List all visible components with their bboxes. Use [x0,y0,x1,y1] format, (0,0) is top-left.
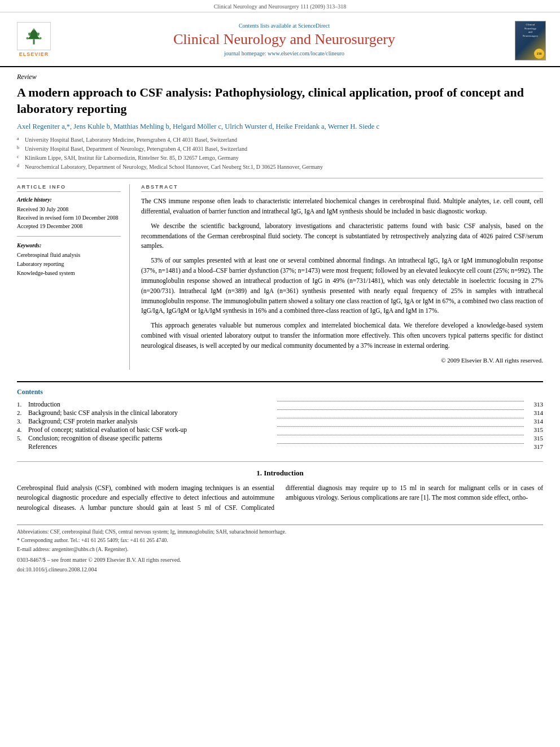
affil-sup-b: b [17,145,23,153]
intro-p1: Cerebrospinal fluid analysis (CSF), comb… [17,483,543,513]
article-history: Article history: Received 30 July 2008 R… [17,196,121,230]
affil-sup-a: a [17,136,23,144]
elsevier-text: ELSEVIER [19,51,49,57]
contents-row-4: 4. Proof of concept; statistical evaluat… [17,426,543,433]
authors-text: Axel Regeniter a,*, Jens Kuhle b, Matthi… [17,123,379,130]
contents-row-ref: References 317 [17,443,543,450]
intro-section-title: 1. Introduction [17,469,543,478]
affil-text-a: University Hospital Basel, Laboratory Me… [25,136,237,144]
contents-text-2: Background; basic CSF analysis in the cl… [28,409,275,416]
main-content: Review A modern approach to CSF analysis… [0,67,560,584]
contents-num-5: 5. [17,435,28,442]
abstract-p4: This approach generates valuable but num… [141,321,543,351]
contents-available: Contents lists available at ScienceDirec… [62,23,506,29]
abstract-column: ABSTRACT The CNS immune response often l… [141,184,543,369]
keywords-label: Keywords: [17,242,121,248]
divider-keywords [17,236,121,237]
divider-1 [17,178,543,178]
contents-page-2: 314 [526,409,543,416]
contents-num-4: 4. [17,426,28,433]
contents-row-5: 5. Conclusion; recognition of disease sp… [17,435,543,442]
cover-text: ClinicalNeurologyandNeurosurgery [523,23,538,38]
page-wrapper: Clinical Neurology and Neurosurgery 111 … [0,0,560,747]
svg-point-5 [26,37,28,40]
homepage-url[interactable]: www.elsevier.com/locate/clineuro [268,50,344,56]
contents-num-3: 3. [17,418,28,425]
contents-dots-5 [277,435,524,435]
contents-table: 1. Introduction 313 2. Background; basic… [17,401,543,450]
svg-point-7 [33,29,34,30]
contents-text-1: Introduction [28,401,275,408]
abbreviations-note: Abbreviations: CSF, cerebrospinal fluid;… [17,528,543,536]
tree-svg [20,26,48,46]
revised-date: Received in revised form 10 December 200… [17,213,121,222]
copyright-text: © 2009 Elsevier B.V. All rights reserved… [141,356,543,365]
contents-dots-3 [277,418,524,418]
corresponding-note: * Corresponding author. Tel.: +41 61 265… [17,537,543,544]
contents-text-ref: References [28,443,275,450]
svg-rect-0 [33,39,34,44]
article-info-column: ARTICLE INFO Article history: Received 3… [17,184,130,369]
article-body: ARTICLE INFO Article history: Received 3… [17,184,543,369]
homepage-label: journal homepage: [224,50,266,56]
abstract-p1: The CNS immune response often leads to c… [141,196,543,217]
rights-line: 0303-8467/$ – see front matter © 2009 El… [17,557,543,563]
keyword-3: Knowledge-based system [17,269,121,278]
contents-text-4: Proof of concept; statistical evaluation… [28,426,275,433]
history-label: Article history: [17,196,121,203]
journal-reference-text: Clinical Neurology and Neurosurgery 111 … [214,3,347,10]
intro-section-name: Introduction [264,469,304,477]
introduction-section: 1. Introduction Cerebrospinal fluid anal… [17,461,543,513]
email-note: E-mail address: aregeniter@uhbs.ch (A. R… [17,546,543,553]
contents-row-2: 2. Background; basic CSF analysis in the… [17,409,543,416]
elsevier-logo: ELSEVIER [11,18,56,60]
abstract-text: The CNS immune response often leads to c… [141,196,543,365]
svg-point-6 [40,37,42,40]
contents-num-1: 1. [17,401,28,408]
abstract-header: ABSTRACT [141,184,543,192]
contents-title: Contents [17,388,543,396]
contents-dots-2 [277,409,524,410]
contents-page-ref: 317 [526,443,543,450]
elsevier-tree-logo [17,22,51,50]
journal-title: Clinical Neurology and Neurosurgery [62,31,506,48]
affiliation-b: b University Hospital Basel, Department … [17,145,543,153]
contents-section: Contents 1. Introduction 313 2. Backgrou… [17,381,543,450]
journal-header: ELSEVIER Contents lists available at Sci… [0,12,560,67]
keyword-2: Laboratory reporting [17,260,121,269]
contents-dots-1 [277,401,524,401]
sciencedirect-link[interactable]: ScienceDirect [298,23,330,29]
intro-text: Cerebrospinal fluid analysis (CSF), comb… [17,483,543,513]
affiliation-a: a University Hospital Basel, Laboratory … [17,136,543,144]
affil-sup-d: d [17,163,23,171]
keywords-section: Keywords: Cerebrospinal fluid analysis L… [17,242,121,278]
contents-row-3: 3. Background; CSF protein marker analys… [17,418,543,425]
article-type: Review [17,73,543,81]
contents-text-3: Background; CSF protein marker analysis [28,418,275,425]
received-date: Received 30 July 2008 [17,205,121,213]
authors-line: Axel Regeniter a,*, Jens Kuhle b, Matthi… [17,123,543,131]
contents-text: Contents lists available at [239,23,296,29]
affiliations: a University Hospital Basel, Laboratory … [17,136,543,171]
contents-text-5: Conclusion; recognition of disease speci… [28,435,275,442]
affiliation-c: c Klinikum Lippe, SAH, Institut für Labo… [17,154,543,162]
cover-badge: 150 [534,49,544,59]
abstract-p3: 53% of our samples presented with at lea… [141,256,543,316]
affil-text-c: Klinikum Lippe, SAH, Institut für Laborm… [25,154,239,162]
affil-sup-c: c [17,154,23,162]
contents-dots-ref [277,443,524,444]
affiliation-d: d Neurochemical Laboratory, Department o… [17,163,543,171]
journal-reference-bar: Clinical Neurology and Neurosurgery 111 … [0,0,560,12]
journal-cover: ClinicalNeurologyandNeurosurgery 150 [512,18,549,60]
contents-page-1: 313 [526,401,543,408]
journal-homepage: journal homepage: www.elsevier.com/locat… [62,50,506,56]
contents-num-2: 2. [17,409,28,416]
affil-text-b: University Hospital Basel, Department of… [25,145,247,153]
footnotes: Abbreviations: CSF, cerebrospinal fluid;… [17,525,543,573]
keyword-1: Cerebrospinal fluid analysis [17,251,121,260]
affil-text-d: Neurochemical Laboratory, Department of … [25,163,323,171]
contents-page-4: 315 [526,426,543,433]
article-title: A modern approach to CSF analysis: Patho… [17,85,543,117]
article-info-header: ARTICLE INFO [17,184,121,192]
contents-page-5: 315 [526,435,543,442]
